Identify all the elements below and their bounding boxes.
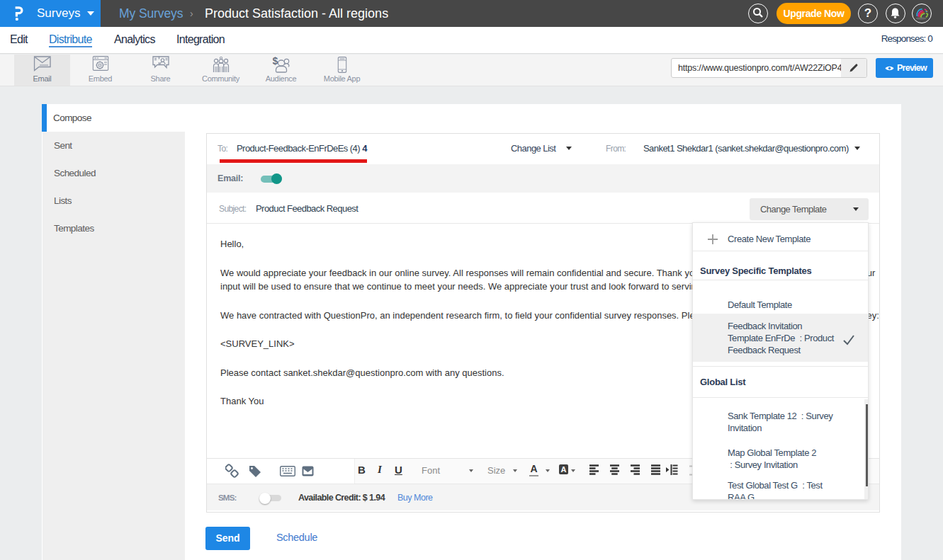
svg-text:$: $ (272, 56, 278, 67)
